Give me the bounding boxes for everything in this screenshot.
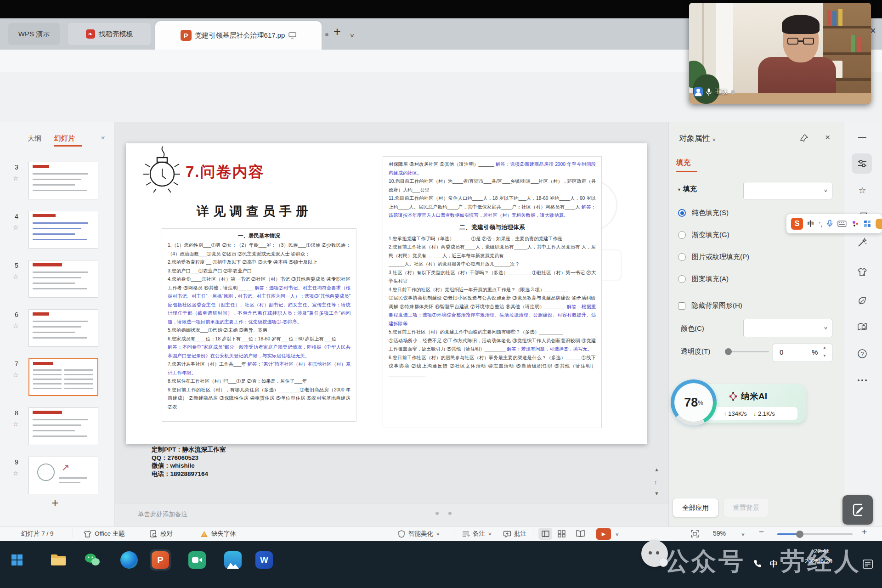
missing-font-button[interactable]: !缺失字体 (200, 530, 236, 538)
smart-beautify-button[interactable]: 智能美化∨ (398, 530, 440, 538)
fill-option-2[interactable]: 渐变填充(G) (678, 231, 729, 239)
thumbnail-star-icon[interactable]: ☆ (13, 224, 19, 231)
app-home-tab[interactable]: WPS 演示 (8, 23, 60, 45)
slide-sorter-view-button[interactable] (558, 530, 565, 537)
notes-button[interactable]: 备注∨ (462, 530, 492, 538)
tray-clock-time[interactable]: 22:41 (814, 548, 830, 554)
new-tab-button[interactable]: + (334, 25, 341, 39)
slide-thumbnail-9[interactable]: 9☆↗ (0, 457, 115, 503)
design-shirt-icon[interactable] (852, 262, 872, 282)
transparency-slider-track[interactable] (732, 351, 769, 352)
zoom-slider-thumb[interactable] (796, 531, 803, 538)
slide-thumbnail-8[interactable]: 8☆ (0, 407, 115, 453)
document-tab[interactable]: P 党建引领基层社会治理617.pp (155, 21, 322, 50)
zoom-chevron-icon[interactable]: ∨ (741, 532, 745, 537)
scroll-down-icon[interactable]: ▼ (654, 491, 659, 496)
tab-outline[interactable]: 大纲 (28, 134, 41, 143)
ime-punctuation-icon[interactable]: ’, (819, 220, 823, 228)
slide-thumbnail-3[interactable]: 3☆ (0, 162, 115, 208)
spinner-down-icon[interactable]: ▼ (823, 354, 826, 358)
eco-leaf-icon[interactable] (852, 290, 872, 311)
scroll-up-icon[interactable]: ▲ (654, 467, 659, 472)
tab-slides[interactable]: 幻灯片 (54, 134, 75, 143)
tray-notification-icon[interactable] (863, 560, 873, 569)
tray-clock-date[interactable]: 2025/6/20 (805, 558, 832, 565)
proofread-button[interactable]: 校对 (150, 530, 173, 538)
more-options-icon[interactable] (852, 370, 872, 390)
help-icon[interactable]: ? (852, 344, 872, 364)
play-options-chevron-icon[interactable]: ∨ (615, 532, 619, 537)
zoom-percent[interactable]: 59% (713, 530, 726, 537)
color-dropdown[interactable]: ∨ (743, 319, 832, 337)
file-explorer-icon[interactable] (48, 549, 69, 571)
fill-option-4[interactable]: 图案填充(A) (678, 275, 729, 283)
right-question-textbox[interactable]: 村保障房 ⑧村改居社区 ⑨其他（请注明）______ 解答：选项②新建商品房指 … (383, 156, 602, 428)
word-icon[interactable]: W (254, 549, 275, 571)
tray-ime-indicator[interactable]: 中 (770, 559, 778, 569)
slide-thumbnail-4[interactable]: 4☆ (0, 211, 115, 257)
start-button[interactable] (6, 549, 28, 571)
thumbnail-star-icon[interactable]: ☆ (13, 322, 19, 329)
fit-slide-button[interactable] (691, 530, 699, 537)
screen-capture-button[interactable] (842, 495, 873, 525)
template-store-tab[interactable]: ❧ 找稻壳模板 (68, 23, 151, 45)
fill-section-header[interactable]: ▼ 填充 (677, 185, 697, 193)
panel-close-icon[interactable]: × (825, 132, 830, 142)
thumbnail-star-icon[interactable]: ☆ (13, 420, 19, 428)
hide-background-checkbox[interactable]: 隐藏背景图形(H) (678, 301, 742, 310)
slide-thumbnail-7[interactable]: 7☆ (0, 358, 115, 404)
fill-option-1[interactable]: 纯色填充(S) (678, 209, 729, 217)
reset-background-button[interactable]: 重置背景 (723, 498, 769, 517)
webcam-overlay[interactable]: 王轶 (689, 3, 871, 104)
prev-next-slide-icon[interactable]: ↕ (654, 479, 657, 486)
object-properties-strip-icon[interactable] (852, 153, 872, 174)
fill-style-dropdown[interactable]: ∨ (743, 182, 832, 199)
nami-ai-gauge[interactable]: 78% (671, 379, 717, 425)
zoom-in-button[interactable]: + (862, 527, 867, 537)
slideshow-play-button[interactable]: ▶ (596, 528, 611, 540)
slide-subtitle[interactable]: 详见调查员手册 (197, 203, 312, 220)
slide-thumbnail-6[interactable]: 6☆ (0, 309, 115, 355)
powerpoint-icon-active[interactable]: P (150, 549, 171, 571)
thumbnail-star-icon[interactable]: ☆ (13, 273, 19, 280)
mountain-app-icon[interactable] (222, 549, 243, 571)
thumbnail-star-icon[interactable]: ☆ (13, 371, 19, 379)
normal-view-button[interactable] (538, 528, 552, 540)
thumbnail-star-icon[interactable]: ☆ (13, 469, 19, 477)
ime-mic-icon[interactable] (827, 220, 833, 228)
slide-title[interactable]: 7.问卷内容 (186, 162, 265, 182)
find-replace-icon[interactable] (852, 317, 872, 337)
beautify-wand-icon[interactable] (852, 232, 872, 253)
meeting-app-icon[interactable] (187, 549, 208, 571)
collapse-panel-icon[interactable]: « (101, 133, 105, 141)
ime-keyboard-icon[interactable] (837, 220, 847, 227)
ime-more-icon[interactable] (876, 219, 882, 229)
fill-tab[interactable]: 填充 (676, 158, 690, 168)
tray-phone-icon[interactable] (753, 560, 762, 568)
thumbnail-star-icon[interactable]: ☆ (13, 175, 19, 182)
spinner-up-icon[interactable]: ▲ (823, 345, 826, 350)
floating-chat-ball[interactable] (641, 540, 668, 567)
zoom-out-button[interactable]: − (759, 527, 764, 537)
comments-button[interactable]: 批注 (503, 530, 526, 538)
ime-grid-icon[interactable] (864, 220, 871, 227)
tab-list-chevron-icon[interactable]: ∨ (349, 32, 355, 39)
transparency-input[interactable]: 0 % ▲ ▼ (773, 344, 832, 362)
left-question-textbox[interactable]: 一、居民基本情况 1.（1）您的性别___①男 ②女；（2）年龄___岁；（3）… (162, 228, 356, 422)
ime-skin-icon[interactable] (851, 220, 859, 228)
wechat-icon[interactable] (82, 549, 103, 571)
collapse-strip-icon[interactable] (858, 137, 866, 138)
effects-star-icon[interactable]: ☆ (852, 180, 872, 200)
add-slide-button[interactable]: + (51, 496, 59, 510)
ime-toolbar[interactable]: S 中 ’, (786, 214, 882, 233)
fill-option-3[interactable]: 图片或纹理填充(P) (678, 253, 749, 261)
ime-lang-indicator[interactable]: 中 (808, 220, 814, 228)
notes-bar[interactable]: 单击此处添加备注 (115, 503, 668, 526)
office-theme-button[interactable]: Office 主题 (84, 530, 125, 538)
transparency-slider-thumb[interactable] (725, 348, 732, 355)
apply-all-button[interactable]: 全部应用 (673, 498, 718, 517)
pin-icon[interactable] (800, 134, 808, 142)
edge-browser-icon[interactable] (119, 549, 140, 571)
slide-thumbnail-5[interactable]: 5☆ (0, 260, 115, 306)
reading-view-button[interactable] (576, 530, 585, 537)
